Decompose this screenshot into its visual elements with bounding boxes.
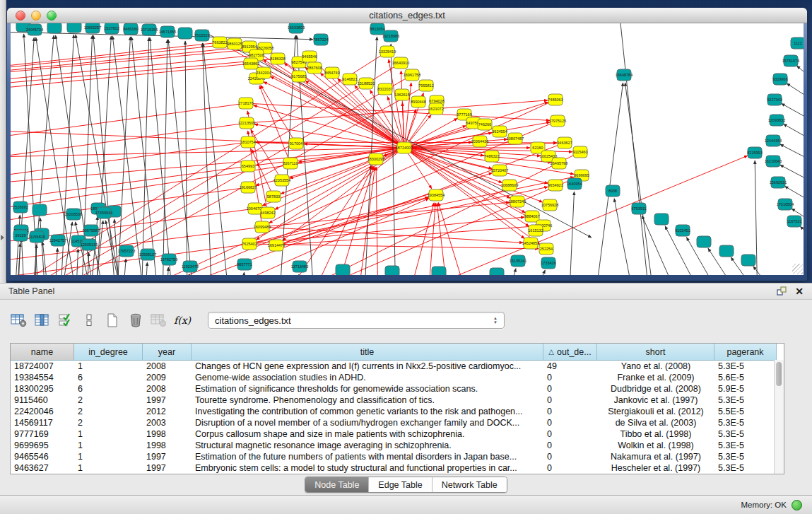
cell-short[interactable]: Hescheler et al. (1997): [597, 463, 714, 473]
graph-node[interactable]: [654, 214, 669, 225]
column-header-in-degree[interactable]: in_degree: [74, 344, 143, 360]
graph-node-2342004[interactable]: 2342004: [256, 67, 271, 78]
table-row[interactable]: 1872400712008Changes of HCN gene express…: [11, 361, 784, 372]
cell-year[interactable]: 2008: [143, 384, 192, 394]
cell-out-de-[interactable]: 0: [543, 384, 597, 394]
graph-edge[interactable]: [168, 40, 194, 275]
graph-node-18807249[interactable]: 18807249: [509, 196, 526, 207]
graph-node-19166827[interactable]: 19166827: [240, 182, 257, 193]
graph-node[interactable]: [385, 266, 399, 275]
graph-node[interactable]: [741, 255, 755, 266]
graph-edge[interactable]: [202, 43, 212, 275]
graph-node-17359934[interactable]: 17359934: [95, 207, 112, 218]
cell-short[interactable]: Jankovic et al. (1997): [597, 395, 714, 405]
cell-year[interactable]: 2008: [143, 361, 192, 371]
float-panel-icon[interactable]: [777, 286, 787, 296]
graph-node-18300295[interactable]: 18300295: [367, 153, 384, 165]
graph-node-10688609[interactable]: 10688609: [501, 180, 518, 191]
graph-edge[interactable]: [249, 217, 524, 244]
table-row[interactable]: 2242004622012Investigating the contribut…: [11, 406, 784, 417]
cell-out-de-[interactable]: 0: [543, 440, 597, 450]
graph-edge[interactable]: [166, 267, 168, 275]
table-scrollbar[interactable]: [774, 360, 784, 474]
graph-node[interactable]: [490, 268, 504, 275]
graph-edge[interactable]: [296, 274, 299, 275]
cell-year[interactable]: 1997: [143, 395, 192, 405]
graph-node-7955812[interactable]: 7955812: [418, 80, 433, 91]
graph-edge[interactable]: [251, 129, 282, 180]
graph-edge[interactable]: [11, 64, 251, 92]
cell-out-de-[interactable]: 0: [543, 407, 597, 416]
column-header-pagerank[interactable]: pagerank: [714, 344, 777, 360]
graph-node[interactable]: [697, 236, 711, 247]
graph-node-13325419[interactable]: 13325419: [379, 46, 396, 57]
graph-node-8267110[interactable]: 8267110: [283, 158, 298, 169]
cell-out-de-[interactable]: 0: [543, 452, 597, 462]
graph-node-1615132[interactable]: 1615132: [528, 225, 543, 236]
graph-node-12213509[interactable]: 12213509: [238, 117, 255, 129]
graph-node-16648784[interactable]: 16648784: [616, 69, 632, 81]
graph-node-746266[interactable]: 746266: [478, 119, 492, 130]
table-row[interactable]: 911546021997Tourette syndrome. Phenomeno…: [11, 395, 784, 406]
graph-node[interactable]: [33, 204, 47, 216]
table-mode-icon[interactable]: [10, 311, 28, 329]
cell-out-de-[interactable]: 0: [543, 373, 597, 382]
graph-edge[interactable]: [11, 48, 265, 76]
cell-year[interactable]: 1997: [143, 463, 192, 473]
graph-node-8186328[interactable]: 8186328: [270, 53, 285, 64]
cell-out-de-[interactable]: 0: [543, 418, 597, 428]
graph-edge[interactable]: [784, 124, 804, 151]
cell-pagerank[interactable]: 5.3E-5: [714, 463, 777, 473]
cell-in-degree[interactable]: 1: [74, 440, 143, 450]
cell-year[interactable]: 1998: [143, 429, 192, 439]
graph-node-12505135[interactable]: 12505135: [81, 239, 98, 250]
graph-edge[interactable]: [787, 83, 804, 112]
table-row[interactable]: 969969511998Structural magnetic resonanc…: [11, 440, 784, 451]
cell-pagerank[interactable]: 5.9E-5: [714, 384, 777, 394]
graph-edge[interactable]: [404, 148, 524, 238]
graph-edge[interactable]: [796, 66, 804, 94]
graph-edge[interactable]: [406, 203, 434, 275]
cell-year[interactable]: 2003: [143, 418, 192, 428]
network-window[interactable]: citations_edges.txt 18724007183002951938…: [7, 8, 807, 281]
graph-node-9102451[interactable]: 9102451: [675, 225, 690, 236]
graph-edge[interactable]: [76, 249, 78, 275]
cell-in-degree[interactable]: 1: [74, 361, 143, 371]
citation-network-graph[interactable]: 1872400718300295193845547663822986012589…: [11, 23, 804, 275]
window-resize-grip[interactable]: [792, 264, 803, 274]
graph-node-6793911[interactable]: 6793911: [631, 203, 646, 214]
graph-edge[interactable]: [249, 197, 428, 244]
tab-node-table[interactable]: Node Table: [305, 477, 369, 492]
cell-short[interactable]: Yano et al. (2008): [597, 361, 714, 371]
graph-node-18724007[interactable]: 18724007: [396, 142, 413, 153]
graph-node-11156829[interactable]: 11156829: [28, 231, 45, 243]
graph-edge[interactable]: [11, 166, 248, 205]
cell-name[interactable]: 19384554: [11, 373, 74, 382]
graph-node-90975887[interactable]: 90975887: [83, 225, 100, 236]
tab-network-table[interactable]: Network Table: [433, 477, 507, 492]
column-checklist-icon[interactable]: [57, 311, 75, 329]
graph-node-17016504[interactable]: 17016504: [777, 199, 794, 210]
table-row[interactable]: 946554611997Estimation of the future num…: [11, 451, 784, 462]
graph-node[interactable]: [67, 23, 81, 33]
graph-node-16210643[interactable]: 16210643: [765, 156, 782, 167]
graph-node-2867608[interactable]: 2867608: [307, 62, 322, 74]
graph-edge[interactable]: [22, 238, 25, 275]
cell-title[interactable]: Embryonic stem cells: a model to study s…: [192, 463, 543, 473]
graph-node-17975125[interactable]: 17975125: [549, 115, 566, 127]
cell-out-de-[interactable]: 0: [543, 463, 597, 473]
graph-node-917004[interactable]: 917004: [289, 138, 303, 149]
graph-node-14671355[interactable]: 14671355: [159, 26, 176, 37]
cell-pagerank[interactable]: 5.6E-5: [714, 373, 777, 382]
graph-edge[interactable]: [505, 269, 516, 275]
graph-node-13716485[interactable]: 13716485: [291, 261, 308, 272]
graph-edge[interactable]: [569, 192, 574, 275]
graph-node-654993[interactable]: 654993: [241, 160, 255, 172]
graph-node-9857771[interactable]: 9857771: [237, 259, 252, 270]
function-builder-icon[interactable]: f(x): [173, 311, 192, 329]
graph-node-7515526[interactable]: 7515526: [194, 30, 209, 41]
cell-title[interactable]: Tourette syndrome. Phenomenology and cla…: [192, 395, 543, 405]
graph-node-20206536[interactable]: 20206536: [65, 209, 82, 220]
graph-node-10756928[interactable]: 10756928: [541, 199, 558, 211]
splitter-collapse-arrow-icon[interactable]: [1, 235, 4, 240]
